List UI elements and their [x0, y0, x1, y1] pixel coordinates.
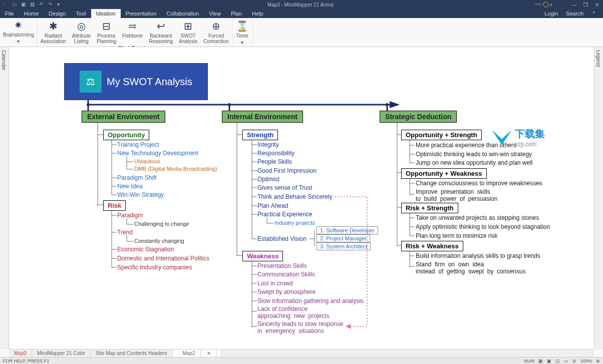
leaf[interactable]: Lost in crowd: [257, 280, 293, 287]
leaf[interactable]: Apply optimistic thinking to look beyond…: [416, 223, 550, 230]
leaf[interactable]: People Skills: [257, 158, 292, 165]
leaf[interactable]: Plan long term to minimize risk: [416, 232, 497, 239]
leaf[interactable]: Stand firm on own idea instead of gettin…: [416, 261, 525, 275]
leaf[interactable]: DMB (Digital Media Broadcasting): [134, 166, 217, 172]
leaf[interactable]: New Idea: [117, 183, 143, 190]
menu-plan[interactable]: Plan: [226, 9, 247, 18]
leaf[interactable]: Gives sense of Trust: [257, 184, 312, 191]
cat-weakness[interactable]: Weakness: [242, 251, 283, 261]
branch-external[interactable]: External Environment: [82, 111, 165, 123]
ribbon-timer[interactable]: ⌛Timer▾: [233, 19, 251, 46]
leaf[interactable]: 1. Software Developer: [317, 226, 378, 234]
leaf[interactable]: Established Vision: [257, 235, 307, 242]
login-link[interactable]: Login: [541, 10, 561, 18]
leaf[interactable]: 3. System Architect: [317, 242, 371, 250]
leaf[interactable]: Responsibility: [257, 150, 294, 157]
view-icon[interactable]: ▭: [564, 358, 568, 363]
save-icon[interactable]: ▫: [3, 2, 9, 8]
view-icon[interactable]: ▦: [538, 358, 543, 363]
menu-tool[interactable]: Tool: [71, 9, 91, 18]
leaf[interactable]: Optimistic thinking leads to win-win str…: [416, 151, 532, 158]
leaf[interactable]: Domestic and International Politics: [117, 255, 209, 262]
leaf[interactable]: Good First Impression: [257, 167, 317, 174]
ribbon-process[interactable]: ⊟Process Planning: [94, 19, 119, 45]
leaf[interactable]: Presentation Skills: [257, 262, 307, 269]
left-tab-calendar[interactable]: Calendar: [0, 47, 8, 349]
ribbon-collapse-icon[interactable]: ⌃: [588, 10, 599, 18]
ribbon-backward[interactable]: ↩Backward Reasoning: [146, 19, 176, 45]
doc-tab[interactable]: MindMapper 21 Color: [32, 349, 91, 357]
menu-file[interactable]: File: [0, 9, 19, 18]
search-field[interactable]: Search: [563, 10, 586, 18]
ribbon-fishbone[interactable]: ⥤Fishbone: [119, 19, 146, 45]
leaf[interactable]: Integrity: [257, 141, 279, 148]
ribbon-forced[interactable]: ⊕Forced Connection: [200, 19, 232, 45]
root-node[interactable]: ⚖ My SWOT Analysis: [64, 63, 208, 100]
leaf[interactable]: Sincerity leads to slow response in emer…: [257, 320, 343, 334]
mindmap-canvas[interactable]: ⚖ My SWOT Analysis External Environment …: [9, 47, 594, 349]
leaf[interactable]: Challenging to change: [134, 221, 189, 227]
leaf[interactable]: Lack of confidence approaching new proje…: [257, 305, 329, 319]
leaf[interactable]: New Technology Development: [117, 150, 198, 157]
leaf[interactable]: Build informaiton analysis skills to gra…: [416, 252, 540, 259]
leaf[interactable]: 2. Project Manager: [317, 234, 370, 242]
leaf[interactable]: Change consciousness to improve weakness…: [416, 180, 542, 187]
menu-view[interactable]: View: [204, 9, 226, 18]
leaf[interactable]: Think and Behave Sincerely: [257, 193, 332, 200]
ribbon-brainstorming[interactable]: ✷ Brainstorming ▾: [0, 18, 38, 47]
minimize-button[interactable]: —: [571, 2, 576, 8]
leaf[interactable]: Paradigm Shift: [117, 174, 157, 181]
leaf[interactable]: Ubiquitous: [134, 158, 160, 164]
view-icon[interactable]: ▣: [547, 358, 551, 363]
cat-opportunity[interactable]: Opportunity: [103, 130, 149, 140]
print-icon[interactable]: ▤: [30, 2, 36, 8]
maximize-button[interactable]: ❐: [583, 2, 588, 8]
redo-icon[interactable]: ↷: [48, 2, 54, 8]
leaf[interactable]: Constantly changing: [134, 238, 184, 244]
leaf[interactable]: Win-Win Strategy: [117, 191, 164, 198]
open-icon[interactable]: ▣: [21, 2, 27, 8]
leaf[interactable]: Specific Industry companies: [117, 264, 192, 271]
zoom-in-icon[interactable]: ⊕: [596, 358, 600, 363]
leaf[interactable]: Economic Stagnation: [117, 246, 174, 253]
status-zoom[interactable]: 100%: [580, 358, 592, 363]
undo-icon[interactable]: ↶: [39, 2, 45, 8]
doc-tab[interactable]: Site Map and Contents Headers: [91, 349, 172, 357]
menu-design[interactable]: Design: [44, 9, 71, 18]
menu-presentation[interactable]: Presentation: [121, 9, 162, 18]
qat-more-icon[interactable]: ▾: [57, 2, 63, 8]
leaf[interactable]: Jump on new idea opportunity and plan we…: [416, 159, 532, 166]
cat-rs[interactable]: Risk + Strength: [401, 203, 458, 213]
new-icon[interactable]: ▭: [12, 2, 18, 8]
menu-help[interactable]: Help: [247, 9, 268, 18]
ribbon-swot[interactable]: ⊞SWOT Analysis: [176, 19, 200, 45]
right-tab-legend[interactable]: Legend: [594, 47, 602, 349]
leaf[interactable]: Plan Ahead: [257, 202, 288, 209]
leaf[interactable]: Practical Experience: [257, 211, 312, 218]
leaf[interactable]: Industry projects: [274, 220, 315, 226]
view-icon[interactable]: ◫: [555, 358, 560, 363]
branch-internal[interactable]: Internal Environment: [222, 111, 303, 123]
leaf[interactable]: Improve presentation skills to build pow…: [416, 188, 497, 202]
leaf[interactable]: Trend: [117, 229, 133, 236]
cat-risk[interactable]: Risk: [103, 200, 126, 211]
close-button[interactable]: ✕: [595, 2, 599, 8]
leaf[interactable]: Slow information gathering and analysis: [257, 297, 364, 304]
cat-os[interactable]: Opportunity + Strength: [401, 130, 482, 140]
leaf[interactable]: Swept by atmosphere: [257, 288, 316, 295]
cat-strength[interactable]: Strength: [242, 130, 278, 140]
ribbon-radiant[interactable]: ✱Radiant Association: [38, 19, 69, 45]
zoom-out-icon[interactable]: ⊖: [572, 358, 576, 363]
menu-collaboration[interactable]: Collaboration: [161, 9, 204, 18]
menu-ideation[interactable]: Ideation: [91, 9, 121, 18]
leaf[interactable]: Optimist: [257, 176, 279, 183]
doc-tab[interactable]: Map0: [9, 349, 32, 357]
doc-tab-active[interactable]: Map2 ✕: [173, 349, 222, 357]
cat-rw[interactable]: Risk + Weakness: [401, 241, 463, 251]
menu-home[interactable]: Home: [19, 9, 44, 18]
leaf[interactable]: Training Project: [117, 141, 159, 148]
leaf[interactable]: Paradigm: [117, 212, 143, 219]
tab-close-icon[interactable]: ✕: [202, 349, 216, 357]
branch-strategic[interactable]: Strategic Deduction: [380, 111, 457, 123]
cat-ow[interactable]: Opportunity + Weakness: [401, 168, 487, 179]
